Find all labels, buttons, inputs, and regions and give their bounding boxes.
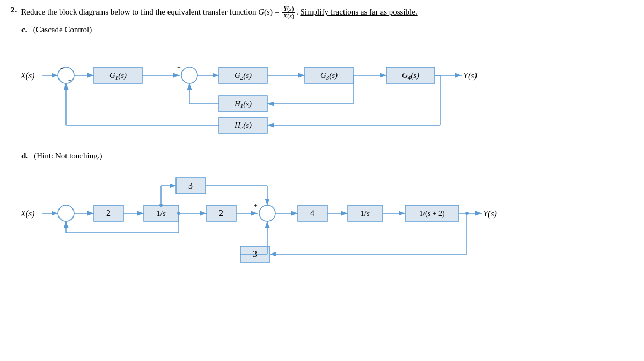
sum-junction-2-c xyxy=(181,67,197,83)
x-s-label-c: X(s) xyxy=(20,71,35,81)
block-2b-label: 2 xyxy=(219,208,223,218)
h2-label: H2(s) xyxy=(234,121,252,131)
svg-text:−: − xyxy=(269,216,273,223)
g1-label: G1(s) xyxy=(109,71,127,81)
svg-point-50 xyxy=(159,204,163,207)
block-2-label: 2 xyxy=(106,208,111,218)
diagram-d: X(s) + − − 2 1/s 2 + − xyxy=(11,163,601,276)
h1-label: H1(s) xyxy=(234,99,252,109)
part-c-label: c. (Cascade Control) xyxy=(21,25,633,34)
block-1s2-label: 1/(s + 2) xyxy=(419,210,445,218)
svg-text:−: − xyxy=(68,76,72,84)
problem-header: 2. Reduce the block diagrams below to fi… xyxy=(11,5,633,20)
block-3-top-label: 3 xyxy=(188,181,193,190)
block-1s-1-label: 1/s xyxy=(156,209,166,218)
problem-text: Reduce the block diagrams below to find … xyxy=(21,5,417,20)
diagram-c: X(s) + − G1(s) + − G2(s) G3(s) xyxy=(11,37,601,144)
svg-text:+: + xyxy=(254,202,258,210)
svg-point-51 xyxy=(465,212,469,215)
diagram-d-container: X(s) + − − 2 1/s 2 + − xyxy=(11,163,633,278)
transfer-fraction: Y(s) X(s) xyxy=(282,5,295,20)
g2-label: G2(s) xyxy=(235,71,252,81)
problem-number: 2. xyxy=(11,5,17,15)
diagram-c-container: X(s) + − G1(s) + − G2(s) G3(s) xyxy=(11,37,633,146)
svg-text:+: + xyxy=(60,204,64,211)
part-d-label: d. (Hint: Not touching.) xyxy=(21,151,633,161)
sum-junction-2-d xyxy=(259,205,275,221)
svg-text:−: − xyxy=(60,215,64,222)
x-s-label-d: X(s) xyxy=(20,209,35,219)
y-s-label-c: Y(s) xyxy=(463,71,477,81)
svg-point-49 xyxy=(177,212,180,215)
svg-text:+: + xyxy=(60,65,64,73)
svg-text:+: + xyxy=(177,64,181,71)
block-1s-2-label: 1/s xyxy=(360,209,370,218)
svg-text:−: − xyxy=(71,215,75,222)
g3-label: G3(s) xyxy=(320,71,338,81)
simplify-instruction: Simplify fractions as far as possible. xyxy=(300,8,417,16)
svg-text:−: − xyxy=(191,78,195,85)
g4-label: G4(s) xyxy=(402,71,419,81)
block-4-label: 4 xyxy=(310,208,314,218)
y-s-label-d: Y(s) xyxy=(483,209,497,219)
